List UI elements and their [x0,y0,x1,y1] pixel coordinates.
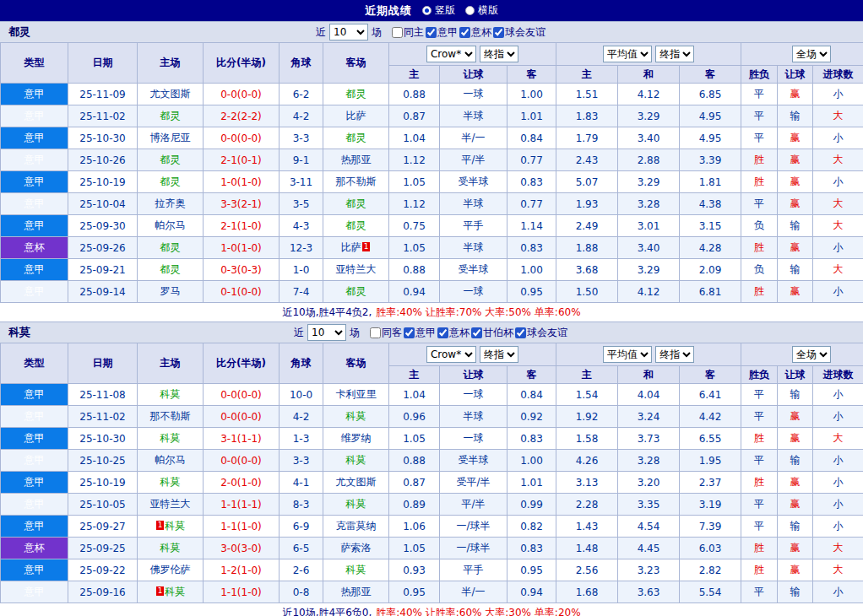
sub-header-result: 胜负 [741,366,778,384]
match-row: 意甲25-10-30博洛尼亚0-0(0-0)3-3都灵1.04半/一0.841.… [1,127,863,149]
euro-away-odds-cell: 3.15 [680,215,741,237]
euro-away-odds-cell: 1.81 [680,171,741,193]
checkbox-input[interactable] [404,327,415,338]
asia-away-odds-cell: 0.77 [507,149,556,171]
matches-body: 意甲25-11-09尤文图斯0-0(0-0)6-2都灵0.88一球1.001.5… [1,84,863,303]
euro-away-odds-cell: 4.42 [680,406,741,428]
away-team-cell: 比萨1 [323,237,389,259]
euro-away-odds-cell: 4.38 [680,193,741,215]
checkbox-input[interactable] [459,27,470,38]
asia-away-odds-cell: 0.83 [507,428,556,450]
team-label: 科莫 [346,410,366,422]
team-label: 维罗纳 [341,432,372,444]
league-type-cell: 意杯 [1,237,68,259]
team-label: 比萨 [341,241,361,253]
scope-select[interactable]: 全场 [792,346,831,363]
filter-checkbox[interactable]: 意杯 [437,326,469,340]
goals-total-cell: 小 [813,127,863,149]
layout-radio-vertical[interactable]: 竖版 [422,3,455,18]
col-header-type: 类型 [1,343,68,384]
team-label: 比萨 [346,110,366,122]
asia-away-odds-cell: 0.82 [507,516,556,538]
euro-stage-select[interactable]: 终指 [655,346,694,363]
handicap-cell: 一/球半 [440,516,507,538]
handicap-result-cell: 赢 [778,84,813,105]
checkbox-label: 球会友谊 [527,326,567,340]
sub-header-euro-away: 客 [680,66,741,84]
recent-count-select[interactable]: 10 [329,24,368,41]
date-cell: 25-11-02 [68,406,138,428]
odds-provider-select[interactable]: Crow* [426,346,476,363]
euro-avg-select[interactable]: 平均值 [603,46,652,62]
filter-checkbox[interactable]: 意甲 [426,25,458,40]
filter-checkbox[interactable]: 同主 [392,25,424,40]
euro-home-odds-cell: 1.83 [556,105,618,127]
asia-stage-select[interactable]: 终指 [480,346,518,363]
filter-checkbox[interactable]: 同客 [370,326,402,340]
col-header-date: 日期 [68,43,138,84]
filter-checkbox[interactable]: 球会友谊 [493,25,545,40]
scope-header: 全场 [741,43,863,66]
checkbox-input[interactable] [471,327,482,338]
sub-header-handicap-result: 让球 [778,366,813,384]
checkbox-input[interactable] [426,27,437,38]
checkbox-label: 意杯 [471,25,491,40]
date-cell: 25-09-21 [68,259,138,281]
league-type-cell: 意甲 [1,516,68,538]
filter-checkbox[interactable]: 意杯 [459,25,491,40]
asia-home-odds-cell: 0.94 [389,281,440,303]
corner-cell: 12-3 [280,237,323,259]
recent-count-select[interactable]: 10 [307,324,346,341]
layout-radio-horizontal[interactable]: 横版 [465,3,498,18]
score-cell: 1-1(1-0) [204,516,280,538]
asia-odds-header: Crow* 终指 [389,343,556,366]
handicap-cell: 受半球 [440,450,507,472]
checkbox-input[interactable] [370,327,381,338]
filter-checkbox[interactable]: 意甲 [404,326,436,340]
team-label: 热那亚 [341,154,372,165]
handicap-result-cell: 赢 [778,237,813,259]
home-team-cell: 拉齐奥 [138,193,204,215]
result-cell: 平 [741,450,778,472]
euro-stage-select[interactable]: 终指 [655,46,694,62]
match-row: 意甲25-10-19都灵1-0(1-0)3-11那不勒斯1.05受半球0.835… [1,171,863,193]
goals-total-cell: 大 [813,428,863,450]
radio-horizontal-label: 横版 [478,3,498,18]
goals-total-cell: 小 [813,237,863,259]
euro-draw-odds-cell: 4.12 [618,84,680,105]
handicap-cell: 半球 [440,406,507,428]
checkbox-input[interactable] [515,327,526,338]
handicap-cell: 一球 [440,428,507,450]
goals-total-cell: 小 [813,84,863,105]
away-team-cell: 都灵 [323,281,389,303]
scope-select[interactable]: 全场 [792,46,831,62]
away-team-cell: 热那亚 [323,149,389,171]
result-cell: 平 [741,384,778,406]
asia-away-odds-cell: 0.83 [507,237,556,259]
asia-away-odds-cell: 0.99 [507,494,556,516]
asia-stage-select[interactable]: 终指 [480,46,518,62]
team-label: 都灵 [160,154,181,165]
games-label: 场 [372,25,382,40]
away-team-cell: 克雷莫纳 [323,516,389,538]
checkbox-input[interactable] [437,327,448,338]
title-bar: 近期战绩 竖版 横版 [0,0,863,21]
euro-avg-select[interactable]: 平均值 [603,346,652,363]
checkbox-input[interactable] [392,27,403,38]
checkbox-input[interactable] [493,27,504,38]
league-type-cell: 意杯 [1,538,68,559]
euro-home-odds-cell: 2.56 [556,559,618,581]
odds-provider-select[interactable]: Crow* [426,46,476,62]
league-type-cell: 意甲 [1,406,68,428]
match-row: 意杯25-09-25科莫3-0(3-0)6-5萨索洛1.05一/球半0.831.… [1,538,863,559]
filter-checkbox[interactable]: 甘伯杯 [471,326,513,340]
handicap-cell: 平手 [440,215,507,237]
result-cell: 平 [741,406,778,428]
filter-checkbox[interactable]: 球会友谊 [515,326,567,340]
euro-draw-odds-cell: 4.45 [618,538,680,559]
date-cell: 25-10-30 [68,428,138,450]
away-team-cell: 都灵 [323,215,389,237]
euro-home-odds-cell: 1.54 [556,384,618,406]
euro-draw-odds-cell: 3.28 [618,193,680,215]
score-cell: 1-0(1-0) [204,237,280,259]
